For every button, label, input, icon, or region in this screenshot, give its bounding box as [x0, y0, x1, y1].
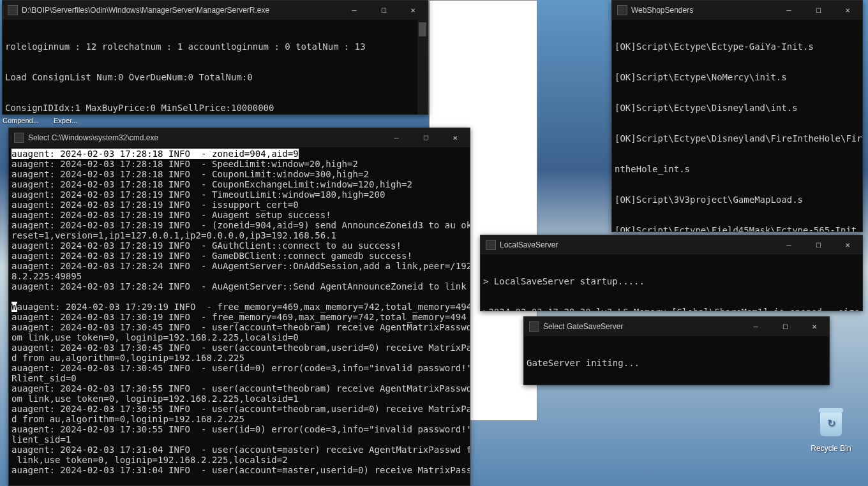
maximize-button[interactable]: ☐ — [770, 317, 800, 336]
cmd-icon — [486, 240, 496, 250]
console-line: link,use token=0, loginip=192.168.2.225,… — [11, 455, 288, 465]
console-webshop[interactable]: [OK]Script\Ectype\Ectype-GaiYa-Init.s [O… — [612, 20, 862, 232]
console-line: lient_sid=1 — [11, 434, 71, 445]
console-line: auagent: 2024-02-03 17:28:18 INFO - Coup… — [11, 169, 369, 179]
console-line: auagent: 2024-02-03 17:29:19 INFO - free… — [17, 302, 470, 312]
titlebar-gatesave[interactable]: Select GateSaveServer ─ ☐ ✕ — [524, 317, 829, 336]
close-button[interactable]: ✕ — [833, 235, 862, 254]
console-line: [OK]Script\Ectype\Field45Mask\Ectype-565… — [615, 225, 860, 232]
console-line: [OK]Script\3V3project\GameMapLoad.s — [615, 195, 860, 205]
console-localsave[interactable]: > LocalSaveServer startup..... >2024-02-… — [481, 254, 862, 311]
maximize-button[interactable]: ☐ — [411, 128, 440, 147]
console-line: reset=1,version=1,ip1=127.0.0.1,ip2=0.0.… — [11, 230, 336, 240]
console-line: GateServer initing... — [527, 358, 827, 368]
window-webshop[interactable]: WebShopSenders ─ ☐ ✕ [OK]Script\Ectype\E… — [611, 0, 863, 232]
close-button[interactable]: ✕ — [398, 1, 428, 20]
console-line: om link,use token=0, loginip=192.168.2.2… — [11, 332, 299, 342]
console-line: >2024-02-03 17:28:30 lv3:LS:Memory [Glob… — [483, 307, 860, 311]
maximize-button[interactable]: ☐ — [369, 1, 398, 20]
console-line: roleloginnum : 12 rolechatnum : 1 accoun… — [5, 41, 417, 52]
console-line: auagent: 2024-02-03 17:30:55 INFO - user… — [11, 404, 470, 414]
console-line: auagent: 2024-02-03 17:28:24 INFO - AuAg… — [11, 281, 470, 291]
console-line: ConsignIDIdx:1 MaxBuyPrice:0 MinSellPric… — [5, 103, 417, 113]
titlebar-cmd[interactable]: Select C:\Windows\system32\cmd.exe ─ ☐ ✕ — [9, 128, 470, 147]
console-line: [OK]Script\Ectype\Disneyland\FireIntheHo… — [615, 133, 860, 144]
console-line: auagent: 2024-02-03 17:31:04 INFO - user… — [11, 445, 470, 455]
desktop-label-compend: Compend... — [3, 117, 39, 124]
console-line: Load ConsignList Num:0 OverDueNum:0 Tota… — [5, 72, 417, 82]
desktop-label-exper: Exper... — [54, 117, 77, 124]
cmd-icon — [529, 321, 539, 332]
close-button[interactable]: ✕ — [833, 1, 862, 20]
console-line: [OK]Script\Ectype\Disneyland\int.s — [615, 103, 860, 113]
selected-text: auagent: 2024-02-03 17:28:18 INFO - zone… — [11, 149, 299, 159]
console-line: auagent: 2024-02-03 17:30:45 INFO - user… — [11, 322, 470, 332]
minimize-button[interactable]: ─ — [774, 1, 804, 20]
recycle-bin-label: Recycle Bin — [807, 444, 855, 453]
console-line: auagent: 2024-02-03 17:30:45 INFO - user… — [11, 342, 470, 353]
console-line: om link,use token=0, loginip=192.168.2.2… — [11, 394, 299, 404]
console-line: auagent: 2024-02-03 17:30:45 INFO - user… — [11, 363, 470, 373]
recycle-bin-icon — [818, 412, 844, 443]
title-manager: D:\BOIP\Serverfiles\Odin\Windows\Manager… — [22, 6, 340, 15]
scrollbar[interactable] — [417, 20, 428, 114]
titlebar-webshop[interactable]: WebShopSenders ─ ☐ ✕ — [612, 1, 862, 20]
console-line: auagent: 2024-02-03 17:28:19 INFO - Time… — [11, 189, 385, 200]
console-line: [OK]Script\Ectype\Ectype-GaiYa-Init.s — [615, 41, 860, 52]
title-localsave: LocalSaveServer — [500, 240, 774, 249]
console-line: auagent: 2024-02-03 17:28:19 INFO - GAut… — [11, 240, 401, 251]
console-line: auagent: 2024-02-03 17:28:18 INFO - Coup… — [11, 179, 412, 189]
close-button[interactable]: ✕ — [440, 128, 470, 147]
minimize-button[interactable]: ─ — [741, 317, 770, 336]
console-line: > LocalSaveServer startup..... — [483, 276, 860, 286]
window-manager-server[interactable]: D:\BOIP\Serverfiles\Odin\Windows\Manager… — [2, 0, 428, 115]
console-line: auagent: 2024-02-03 17:28:24 INFO - AuAg… — [11, 261, 470, 271]
minimize-button[interactable]: ─ — [774, 235, 804, 254]
console-line: Rlient_sid=0 — [11, 373, 77, 383]
console-line: auagent: 2024-02-03 17:28:19 INFO - Game… — [11, 251, 412, 261]
selected-char: W — [11, 302, 17, 312]
console-line: d from au,algorithm=0,loginip=192.168.2.… — [11, 353, 244, 363]
console-line: auagent: 2024-02-03 17:28:19 INFO - issu… — [11, 200, 299, 210]
title-cmd: Select C:\Windows\system32\cmd.exe — [28, 133, 382, 142]
console-line: auagent: 2024-02-03 17:31:04 INFO - user… — [11, 465, 470, 475]
close-button[interactable]: ✕ — [800, 317, 829, 336]
console-manager[interactable]: roleloginnum : 12 rolechatnum : 1 accoun… — [3, 20, 428, 114]
minimize-button[interactable]: ─ — [340, 1, 369, 20]
scroll-thumb[interactable] — [419, 22, 426, 36]
maximize-button[interactable]: ☐ — [804, 1, 833, 20]
maximize-button[interactable]: ☐ — [804, 235, 833, 254]
cmd-icon — [8, 5, 18, 15]
cmd-icon — [617, 5, 627, 15]
console-line: auagent: 2024-02-03 17:30:55 INFO - user… — [11, 383, 470, 394]
window-localsave[interactable]: LocalSaveServer ─ ☐ ✕ > LocalSaveServer … — [480, 235, 863, 311]
title-webshop: WebShopSenders — [631, 6, 774, 15]
window-gatesave[interactable]: Select GateSaveServer ─ ☐ ✕ GateServer i… — [523, 316, 830, 385]
titlebar-manager[interactable]: D:\BOIP\Serverfiles\Odin\Windows\Manager… — [3, 1, 428, 20]
title-gatesave: Select GateSaveServer — [543, 322, 741, 331]
console-line: ntheHole_int.s — [615, 164, 860, 174]
console-line: auagent: 2024-02-03 17:28:19 INFO - (zon… — [11, 220, 470, 230]
cmd-icon — [14, 133, 24, 143]
titlebar-localsave[interactable]: LocalSaveServer ─ ☐ ✕ — [481, 235, 862, 254]
console-cmd[interactable]: auagent: 2024-02-03 17:28:18 INFO - zone… — [9, 147, 470, 485]
recycle-bin[interactable]: Recycle Bin — [807, 408, 855, 453]
console-line: auagent: 2024-02-03 17:28:19 INFO - Auag… — [11, 210, 331, 220]
console-line: d from au,algorithm=0,loginip=192.168.2.… — [11, 414, 244, 424]
console-line: auagent: 2024-02-03 17:30:55 INFO - user… — [11, 424, 470, 434]
console-gatesave[interactable]: GateServer initing... listen port: 30002… — [524, 336, 829, 385]
minimize-button[interactable]: ─ — [382, 128, 411, 147]
console-line: auagent: 2024-02-03 17:28:18 INFO - Spee… — [11, 159, 358, 169]
console-line: [OK]Script\Ectype\NoMercy\init.s — [615, 72, 860, 82]
console-line: 8.2.225:49895 — [11, 271, 82, 281]
window-cmd[interactable]: Select C:\Windows\system32\cmd.exe ─ ☐ ✕… — [8, 128, 470, 486]
console-line: auagent: 2024-02-03 17:30:19 INFO - free… — [11, 312, 467, 322]
